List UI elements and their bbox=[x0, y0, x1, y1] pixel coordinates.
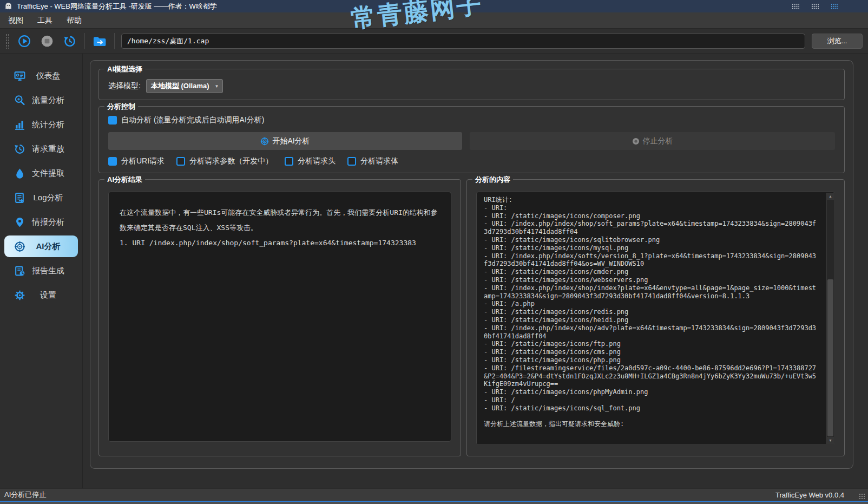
main-panel: AI模型选择 选择模型: 本地模型 (Ollama) ▼ 分析控制 自动分析 (… bbox=[90, 60, 853, 469]
menu-view[interactable]: 视图 bbox=[1, 14, 30, 28]
model-select-label: 选择模型: bbox=[108, 81, 141, 91]
sidebar-item-label: Log分析 bbox=[26, 193, 70, 203]
stop-circle-icon bbox=[632, 138, 640, 145]
menu-tools[interactable]: 工具 bbox=[30, 14, 60, 28]
history-icon bbox=[63, 35, 76, 48]
menu-help[interactable]: 帮助 bbox=[60, 14, 89, 28]
group-title: AI分析结果 bbox=[104, 175, 145, 185]
sidebar-item-label: 流量分析 bbox=[26, 95, 70, 106]
grid-dots-icon[interactable] bbox=[811, 3, 819, 9]
scrollbar-thumb[interactable] bbox=[827, 279, 833, 436]
ai-result-textarea[interactable]: 在这个流量数据中，有一些URIs可能存在安全威胁或者异常行为。首先，我们需要分析… bbox=[108, 192, 451, 442]
map-pin-icon bbox=[13, 217, 26, 228]
sidebar-item-label: AI分析 bbox=[26, 241, 70, 252]
bar-chart-icon bbox=[13, 119, 26, 130]
app-icon bbox=[4, 2, 12, 10]
toolbar-separator bbox=[114, 33, 115, 49]
auto-analysis-label: 自动分析 (流量分析完成后自动调用AI分析) bbox=[121, 115, 264, 125]
ai-target-icon bbox=[13, 241, 26, 252]
browse-button[interactable]: 浏览... bbox=[812, 34, 863, 49]
report-pie-icon bbox=[13, 265, 26, 277]
stop-ai-analysis-button[interactable]: 停止分析 bbox=[470, 132, 835, 150]
ai-target-icon bbox=[260, 137, 269, 146]
capture-file-path-input[interactable] bbox=[121, 34, 805, 49]
folder-open-icon bbox=[93, 34, 107, 48]
analyzed-content-group: 分析的内容 URI统计: - URI: - URI: /static/image… bbox=[466, 179, 845, 456]
status-bar: AI分析已停止 TrafficEye Web v0.0.4 bbox=[0, 488, 868, 501]
analyze-params-label: 分析请求参数（开发中） bbox=[189, 156, 273, 166]
open-file-button[interactable] bbox=[91, 33, 108, 49]
log-document-icon bbox=[13, 192, 26, 204]
scroll-up-icon[interactable]: ▲ bbox=[827, 193, 834, 200]
replay-history-icon bbox=[13, 143, 26, 155]
sidebar-item-statistics[interactable]: 统计分析 bbox=[4, 114, 78, 135]
analyze-uri-label: 分析URI请求 bbox=[121, 156, 165, 166]
window-title: TrafficEye - WEB网络流量分析工具 -研发版 ——作者：W啥都学 bbox=[17, 2, 217, 11]
window-edge-strip bbox=[0, 502, 868, 504]
model-dropdown[interactable]: 本地模型 (Ollama) ▼ bbox=[146, 79, 223, 93]
analyze-params-checkbox[interactable] bbox=[176, 157, 185, 166]
sidebar-item-intel-analysis[interactable]: 情报分析 bbox=[4, 211, 78, 233]
analyze-body-label: 分析请求体 bbox=[360, 156, 398, 166]
analyze-headers-checkbox[interactable] bbox=[285, 157, 293, 166]
play-icon bbox=[18, 35, 31, 48]
grid-dots-blue-icon[interactable] bbox=[831, 3, 838, 9]
sidebar-item-label: 设置 bbox=[26, 290, 70, 300]
sidebar-item-label: 文件提取 bbox=[26, 168, 70, 179]
toolbar-drag-handle[interactable] bbox=[5, 34, 10, 49]
model-select-group: AI模型选择 选择模型: 本地模型 (Ollama) ▼ bbox=[98, 69, 845, 100]
sidebar-item-file-extraction[interactable]: 文件提取 bbox=[4, 162, 78, 184]
sidebar-item-log-analysis[interactable]: Log分析 bbox=[4, 187, 78, 208]
sidebar-item-traffic-analysis[interactable]: 流量分析 bbox=[4, 89, 78, 111]
stop-button-label: 停止分析 bbox=[643, 136, 673, 146]
sidebar-item-label: 报告生成 bbox=[26, 266, 70, 276]
group-title: 分析控制 bbox=[104, 102, 138, 112]
scroll-down-icon[interactable]: ▼ bbox=[827, 437, 834, 444]
vertical-scrollbar[interactable]: ▲ ▼ bbox=[826, 193, 834, 444]
analyze-headers-label: 分析请求头 bbox=[298, 156, 336, 166]
dashboard-icon bbox=[13, 70, 26, 82]
sidebar-item-label: 情报分析 bbox=[26, 217, 70, 227]
group-title: 分析的内容 bbox=[472, 175, 513, 185]
start-capture-button[interactable] bbox=[16, 33, 32, 49]
sidebar-item-label: 仪表盘 bbox=[26, 71, 70, 81]
analyzed-content-text: URI统计: - URI: - URI: /static/images/icon… bbox=[477, 192, 834, 432]
grid-dots-icon[interactable] bbox=[792, 3, 799, 9]
ai-result-group: AI分析结果 在这个流量数据中，有一些URIs可能存在安全威胁或者异常行为。首先… bbox=[98, 179, 461, 456]
sidebar-item-ai-analysis[interactable]: AI分析 bbox=[4, 235, 78, 257]
status-message: AI分析已停止 bbox=[4, 490, 46, 500]
sidebar-item-report-generation[interactable]: 报告生成 bbox=[4, 260, 78, 282]
sidebar-item-settings[interactable]: 设置 bbox=[4, 284, 78, 306]
history-replay-button[interactable] bbox=[62, 33, 78, 49]
app-version: TrafficEye Web v0.0.4 bbox=[775, 491, 844, 499]
stop-icon bbox=[41, 35, 54, 48]
sidebar-item-request-replay[interactable]: 请求重放 bbox=[4, 138, 78, 160]
title-bar: TrafficEye - WEB网络流量分析工具 -研发版 ——作者：W啥都学 bbox=[0, 0, 868, 12]
sidebar-item-label: 统计分析 bbox=[26, 120, 70, 130]
analyzed-content-textarea[interactable]: URI统计: - URI: - URI: /static/images/icon… bbox=[476, 192, 835, 445]
auto-analysis-checkbox[interactable] bbox=[108, 116, 117, 125]
toolbar-separator bbox=[84, 33, 85, 49]
toolbar: 浏览... bbox=[0, 28, 868, 54]
group-title: AI模型选择 bbox=[104, 64, 145, 74]
gear-icon bbox=[13, 290, 26, 301]
sidebar: 仪表盘 流量分析 统计分析 请求重放 文件提取 Log分析 情报分析 AI分析 … bbox=[0, 54, 83, 488]
analysis-control-group: 分析控制 自动分析 (流量分析完成后自动调用AI分析) 开始AI分析 停止分析 bbox=[98, 106, 845, 173]
analyze-body-checkbox[interactable] bbox=[347, 157, 356, 166]
sidebar-item-dashboard[interactable]: 仪表盘 bbox=[4, 65, 78, 87]
droplet-icon bbox=[13, 168, 26, 179]
stop-capture-button[interactable] bbox=[39, 33, 55, 49]
start-ai-analysis-button[interactable]: 开始AI分析 bbox=[108, 132, 462, 150]
sidebar-item-label: 请求重放 bbox=[26, 144, 70, 154]
resize-grip[interactable] bbox=[858, 493, 865, 500]
menu-bar: 视图 工具 帮助 bbox=[0, 12, 868, 28]
analyze-uri-checkbox[interactable] bbox=[108, 157, 117, 166]
traffic-search-icon bbox=[13, 95, 26, 106]
chevron-down-icon: ▼ bbox=[215, 84, 219, 89]
start-button-label: 开始AI分析 bbox=[272, 136, 310, 146]
model-dropdown-value: 本地模型 (Ollama) bbox=[151, 81, 209, 91]
